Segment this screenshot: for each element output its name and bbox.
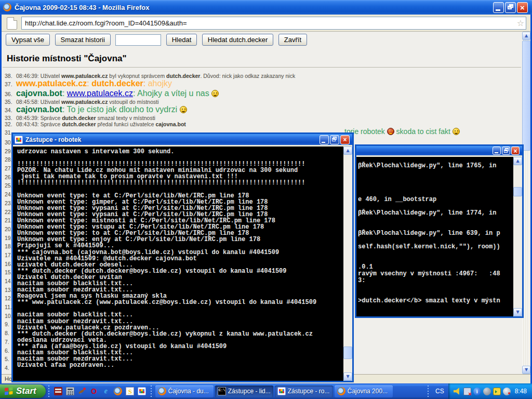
dos-icon[interactable] [138, 387, 146, 395]
start-button[interactable]: Start [0, 384, 46, 398]
smiley-yellow-icon [453, 128, 460, 135]
console1-titlebar[interactable]: Zástupce - robotek [13, 134, 352, 145]
firefox-titlebar[interactable]: Čajovna 2009-02-15 08:43 - Mozilla Firef… [0, 0, 532, 15]
console-window-robotek[interactable]: Zástupce - robotek udrzovac nastaven s i… [11, 132, 354, 382]
scroll-up-arrow-icon[interactable]: ▲ [522, 32, 530, 40]
page-title: Historie místnosti "Čajovna" [7, 54, 530, 64]
console-line: βŘek\Plocha\lidegw.py", line 639, in p [358, 230, 513, 236]
zavrit-button[interactable]: Zavřít [278, 34, 307, 46]
console-line: nacitam soubor blacklist.txt... [17, 311, 343, 317]
calc-icon[interactable] [66, 387, 74, 395]
tray-gray-icon[interactable] [483, 388, 491, 395]
cmd-icon [218, 387, 226, 395]
scroll-down-arrow-icon[interactable]: ▼ [513, 308, 522, 316]
console-line: *** dutch.decker (dutch.decker@boys.lide… [17, 268, 343, 274]
console-line: 3: [358, 277, 513, 284]
console-line: Unknown event type: mistnosti at C:/Perl… [17, 217, 343, 223]
minimize-button[interactable] [320, 135, 329, 144]
chat-text: dutch.decker [166, 73, 200, 79]
console-line [358, 290, 513, 297]
close-button[interactable] [517, 2, 528, 13]
window-title: Čajovna 2009-02-15 08:43 - Mozilla Firef… [15, 4, 493, 11]
url-input[interactable] [22, 19, 515, 27]
page-search-input[interactable] [115, 34, 161, 46]
dos-icon [277, 387, 286, 395]
close-button[interactable] [340, 135, 350, 144]
taskbar-task-z-stupce-lid[interactable]: Zástupce - lid... [215, 385, 273, 397]
console-window-lidegw[interactable]: βŘek\Plocha\lidegw.py", line 1765, in e … [355, 144, 524, 318]
chat-link[interactable]: www.patulacek.cz [67, 89, 133, 98]
close-button[interactable] [511, 147, 520, 155]
tray-disc-icon[interactable] [503, 388, 511, 395]
firefox-icon [3, 3, 11, 11]
chat-text: Ahojky a vítej u nas [137, 89, 211, 98]
smazat-historii-button[interactable]: Smazat historii [55, 34, 111, 46]
console-line: Uzivatel www.patulacek.cz pozdraven... [17, 324, 343, 330]
page-controls: Vypsat vše Smazat historii Hledat Hledat… [2, 32, 530, 49]
url-field[interactable]: ☆ [21, 17, 526, 30]
chat-text: www.patulacek.cz [61, 73, 108, 79]
bookmark-star-icon[interactable]: ☆ [515, 17, 526, 29]
taskbar-task-ajovna-200[interactable]: Čajovna 200... [335, 385, 393, 397]
console-line [358, 250, 513, 257]
chat-text: www.patulacek.cz [61, 99, 108, 105]
quick-launch [52, 387, 148, 395]
console-line: *** cajovna.bot (cajovna.bot@boys.lide.c… [17, 249, 343, 255]
chat-line-fragment: torie robotek skoda to cist fakt [344, 127, 460, 136]
scroll-up-arrow-icon[interactable]: ▲ [513, 157, 522, 165]
scrollbar-thumb[interactable] [343, 347, 352, 359]
desktop: Čajovna 2009-02-15 08:43 - Mozilla Firef… [0, 0, 532, 399]
disk-icon[interactable] [54, 387, 62, 395]
console-line: !!!!!!!!!!!!!!!!!!!!!!!!!!!!!!!!!!!!!!!!… [17, 179, 343, 185]
scroll-down-arrow-icon[interactable]: ▼ [343, 373, 352, 381]
scroll-down-arrow-icon[interactable]: ▼ [522, 366, 530, 374]
console-line: Unknown event type: vypsani at C:/Perl/s… [17, 211, 343, 217]
minimize-button[interactable] [493, 2, 504, 13]
maximize-button[interactable] [502, 147, 510, 155]
page-icon [7, 17, 17, 30]
taskbar-separator [150, 385, 152, 397]
taskbar-task-ajovna-du[interactable]: Čajovna - du... [155, 385, 214, 397]
console-line [358, 203, 513, 209]
console2-titlebar[interactable] [356, 146, 522, 155]
chat-line-number: 34. [5, 107, 16, 113]
scroll-up-arrow-icon[interactable]: ▲ [343, 147, 352, 155]
console1-scrollbar[interactable]: ▲ ▼ [343, 147, 352, 381]
maximize-button[interactable] [330, 135, 339, 144]
console2-scrollbar[interactable]: ▲ ▼ [513, 157, 522, 316]
console-line: POZOR. Na chatu Lide.cz mohou mit nastav… [17, 167, 343, 173]
tray-volume-icon[interactable] [454, 388, 461, 395]
tray-network-icon[interactable] [463, 388, 471, 395]
windows-logo-icon [4, 387, 14, 396]
console-line: ravým vsechny v mýstnosti :4967: :48 [358, 270, 513, 277]
language-indicator[interactable]: CS [431, 388, 448, 395]
minimize-button[interactable] [493, 147, 501, 155]
tray-msg-icon[interactable] [493, 388, 501, 395]
console-line: Uzivatele na #4041509: @dutch.decker caj… [17, 255, 343, 261]
chat-line-33: 33.08:45:39: Správce dutch.decker smazal… [5, 115, 530, 121]
clock: 8:48 [513, 388, 527, 395]
chat-text: cajovna.bot [156, 121, 186, 127]
tray-info-icon[interactable] [473, 388, 481, 395]
opera-icon[interactable] [90, 387, 98, 395]
console-line: Reagoval jsem na sys hlasku smazaný skla [17, 292, 343, 299]
hledat-button[interactable]: Hledat [166, 34, 197, 46]
start-label: Start [16, 386, 36, 396]
vypsat-vse-button[interactable]: Vypsat vše [6, 34, 50, 46]
firefox-icon [158, 387, 166, 395]
taskbar-separator [427, 385, 429, 397]
console-line: βŘek\Plocha\lidegw.py", line 1765, in [358, 162, 513, 169]
scrollbar-thumb[interactable] [522, 41, 530, 151]
scrollbar-thumb[interactable] [513, 187, 522, 196]
hledat-dutch-decker-button[interactable]: Hledat dutch.decker [202, 34, 274, 46]
firefox-icon[interactable] [114, 387, 122, 395]
console-line [358, 189, 513, 196]
gimp-icon[interactable] [78, 387, 86, 395]
pydoc-icon[interactable] [126, 387, 134, 395]
location-bar: ☆ [2, 15, 530, 32]
chat-line-36: 36.cajovna.bot: www.patulacek.cz: Ahojky… [5, 89, 530, 99]
restore-button[interactable] [505, 2, 516, 13]
ie-icon[interactable] [102, 387, 110, 395]
console-line: .0.1 [358, 263, 513, 270]
taskbar-task-z-stupce-ro[interactable]: Zástupce - ro... [275, 385, 333, 397]
